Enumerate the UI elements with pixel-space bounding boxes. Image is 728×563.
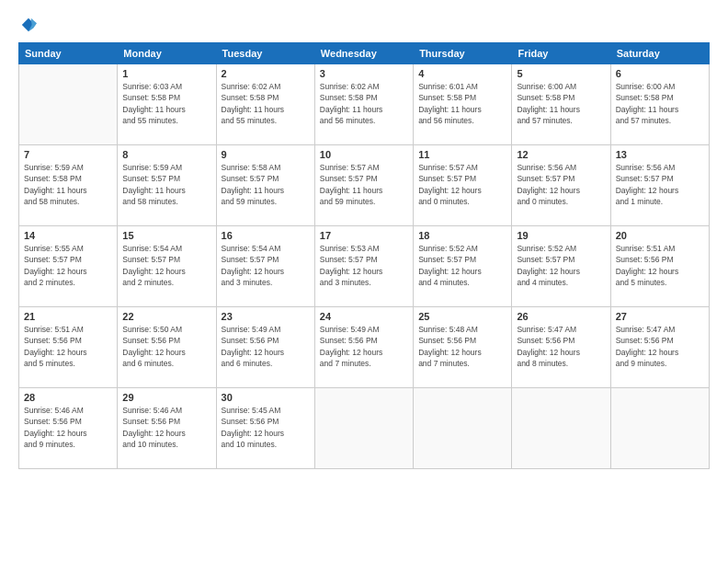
calendar-cell: 24Sunrise: 5:49 AMSunset: 5:56 PMDayligh… (314, 307, 413, 388)
calendar-cell: 8Sunrise: 5:59 AMSunset: 5:57 PMDaylight… (118, 145, 216, 226)
day-info: Sunrise: 5:46 AMSunset: 5:56 PMDaylight:… (122, 405, 210, 450)
calendar-cell (19, 64, 118, 145)
day-info: Sunrise: 5:46 AMSunset: 5:56 PMDaylight:… (24, 405, 112, 450)
day-number: 6 (616, 68, 704, 79)
calendar-cell: 17Sunrise: 5:53 AMSunset: 5:57 PMDayligh… (314, 226, 413, 307)
calendar-cell: 11Sunrise: 5:57 AMSunset: 5:57 PMDayligh… (414, 145, 512, 226)
day-number: 18 (418, 230, 506, 241)
logo (18, 17, 38, 33)
calendar-cell: 4Sunrise: 6:01 AMSunset: 5:58 PMDaylight… (414, 64, 512, 145)
calendar-cell (512, 388, 610, 469)
day-info: Sunrise: 5:52 AMSunset: 5:57 PMDaylight:… (418, 243, 506, 288)
day-number: 12 (517, 149, 605, 160)
calendar-cell: 20Sunrise: 5:51 AMSunset: 5:56 PMDayligh… (610, 226, 709, 307)
calendar-cell: 2Sunrise: 6:02 AMSunset: 5:58 PMDaylight… (216, 64, 314, 145)
header-cell-tuesday: Tuesday (216, 43, 314, 64)
calendar-cell: 5Sunrise: 6:00 AMSunset: 5:58 PMDaylight… (512, 64, 610, 145)
calendar-cell: 15Sunrise: 5:54 AMSunset: 5:57 PMDayligh… (118, 226, 216, 307)
day-number: 26 (517, 311, 605, 322)
week-row-3: 21Sunrise: 5:51 AMSunset: 5:56 PMDayligh… (19, 307, 710, 388)
day-number: 17 (320, 230, 408, 241)
header-cell-thursday: Thursday (414, 43, 512, 64)
calendar-cell: 7Sunrise: 5:59 AMSunset: 5:58 PMDaylight… (19, 145, 118, 226)
calendar-cell: 25Sunrise: 5:48 AMSunset: 5:56 PMDayligh… (414, 307, 512, 388)
calendar-cell: 13Sunrise: 5:56 AMSunset: 5:57 PMDayligh… (610, 145, 709, 226)
day-number: 14 (24, 230, 112, 241)
calendar-cell: 27Sunrise: 5:47 AMSunset: 5:56 PMDayligh… (610, 307, 709, 388)
calendar-cell: 9Sunrise: 5:58 AMSunset: 5:57 PMDaylight… (216, 145, 314, 226)
calendar-cell: 12Sunrise: 5:56 AMSunset: 5:57 PMDayligh… (512, 145, 610, 226)
day-info: Sunrise: 5:53 AMSunset: 5:57 PMDaylight:… (320, 243, 408, 288)
day-info: Sunrise: 6:03 AMSunset: 5:58 PMDaylight:… (122, 81, 210, 126)
calendar-cell: 22Sunrise: 5:50 AMSunset: 5:56 PMDayligh… (118, 307, 216, 388)
day-info: Sunrise: 6:02 AMSunset: 5:58 PMDaylight:… (222, 81, 310, 126)
calendar-cell: 23Sunrise: 5:49 AMSunset: 5:56 PMDayligh… (216, 307, 314, 388)
calendar-cell: 19Sunrise: 5:52 AMSunset: 5:57 PMDayligh… (512, 226, 610, 307)
calendar-cell: 30Sunrise: 5:45 AMSunset: 5:56 PMDayligh… (216, 388, 314, 469)
day-number: 30 (222, 392, 310, 403)
calendar-cell: 3Sunrise: 6:02 AMSunset: 5:58 PMDaylight… (314, 64, 413, 145)
day-info: Sunrise: 5:50 AMSunset: 5:56 PMDaylight:… (122, 324, 210, 369)
week-row-2: 14Sunrise: 5:55 AMSunset: 5:57 PMDayligh… (19, 226, 710, 307)
day-number: 29 (122, 392, 210, 403)
week-row-4: 28Sunrise: 5:46 AMSunset: 5:56 PMDayligh… (19, 388, 710, 469)
calendar-cell: 26Sunrise: 5:47 AMSunset: 5:56 PMDayligh… (512, 307, 610, 388)
calendar-body: 1Sunrise: 6:03 AMSunset: 5:58 PMDaylight… (19, 64, 710, 469)
day-number: 13 (616, 149, 704, 160)
day-info: Sunrise: 5:56 AMSunset: 5:57 PMDaylight:… (517, 162, 605, 207)
day-number: 20 (616, 230, 704, 241)
header-cell-wednesday: Wednesday (314, 43, 413, 64)
day-number: 10 (320, 149, 408, 160)
day-number: 16 (222, 230, 310, 241)
header-cell-saturday: Saturday (610, 43, 709, 64)
day-info: Sunrise: 5:59 AMSunset: 5:57 PMDaylight:… (122, 162, 210, 207)
day-number: 25 (418, 311, 506, 322)
calendar-cell: 10Sunrise: 5:57 AMSunset: 5:57 PMDayligh… (314, 145, 413, 226)
calendar-cell: 16Sunrise: 5:54 AMSunset: 5:57 PMDayligh… (216, 226, 314, 307)
calendar-cell (414, 388, 512, 469)
day-info: Sunrise: 5:57 AMSunset: 5:57 PMDaylight:… (320, 162, 408, 207)
day-info: Sunrise: 6:01 AMSunset: 5:58 PMDaylight:… (418, 81, 506, 126)
calendar-cell: 14Sunrise: 5:55 AMSunset: 5:57 PMDayligh… (19, 226, 118, 307)
day-number: 3 (320, 68, 408, 79)
header-cell-friday: Friday (512, 43, 610, 64)
day-info: Sunrise: 5:58 AMSunset: 5:57 PMDaylight:… (222, 162, 310, 207)
day-info: Sunrise: 5:47 AMSunset: 5:56 PMDaylight:… (517, 324, 605, 369)
day-info: Sunrise: 5:49 AMSunset: 5:56 PMDaylight:… (222, 324, 310, 369)
day-info: Sunrise: 5:47 AMSunset: 5:56 PMDaylight:… (616, 324, 704, 369)
calendar-cell: 6Sunrise: 6:00 AMSunset: 5:58 PMDaylight… (610, 64, 709, 145)
day-info: Sunrise: 5:57 AMSunset: 5:57 PMDaylight:… (418, 162, 506, 207)
day-info: Sunrise: 5:51 AMSunset: 5:56 PMDaylight:… (616, 243, 704, 288)
day-number: 27 (616, 311, 704, 322)
calendar-header-row: SundayMondayTuesdayWednesdayThursdayFrid… (19, 43, 710, 64)
calendar-cell: 18Sunrise: 5:52 AMSunset: 5:57 PMDayligh… (414, 226, 512, 307)
day-number: 4 (418, 68, 506, 79)
logo-icon (20, 17, 37, 33)
week-row-0: 1Sunrise: 6:03 AMSunset: 5:58 PMDaylight… (19, 64, 710, 145)
header-cell-sunday: Sunday (19, 43, 118, 64)
day-number: 21 (24, 311, 112, 322)
day-info: Sunrise: 5:48 AMSunset: 5:56 PMDaylight:… (418, 324, 506, 369)
day-number: 22 (122, 311, 210, 322)
day-info: Sunrise: 5:55 AMSunset: 5:57 PMDaylight:… (24, 243, 112, 288)
day-number: 23 (222, 311, 310, 322)
day-number: 8 (122, 149, 210, 160)
day-info: Sunrise: 5:52 AMSunset: 5:57 PMDaylight:… (517, 243, 605, 288)
day-number: 28 (24, 392, 112, 403)
day-info: Sunrise: 5:59 AMSunset: 5:58 PMDaylight:… (24, 162, 112, 207)
day-info: Sunrise: 6:00 AMSunset: 5:58 PMDaylight:… (616, 81, 704, 126)
day-info: Sunrise: 5:56 AMSunset: 5:57 PMDaylight:… (616, 162, 704, 207)
day-info: Sunrise: 6:00 AMSunset: 5:58 PMDaylight:… (517, 81, 605, 126)
day-number: 24 (320, 311, 408, 322)
header-cell-monday: Monday (118, 43, 216, 64)
calendar: SundayMondayTuesdayWednesdayThursdayFrid… (18, 42, 710, 469)
day-number: 9 (222, 149, 310, 160)
page-header (18, 17, 710, 33)
calendar-cell (314, 388, 413, 469)
day-number: 5 (517, 68, 605, 79)
calendar-cell: 29Sunrise: 5:46 AMSunset: 5:56 PMDayligh… (118, 388, 216, 469)
day-info: Sunrise: 5:54 AMSunset: 5:57 PMDaylight:… (122, 243, 210, 288)
calendar-cell: 28Sunrise: 5:46 AMSunset: 5:56 PMDayligh… (19, 388, 118, 469)
day-info: Sunrise: 5:54 AMSunset: 5:57 PMDaylight:… (222, 243, 310, 288)
calendar-cell: 21Sunrise: 5:51 AMSunset: 5:56 PMDayligh… (19, 307, 118, 388)
